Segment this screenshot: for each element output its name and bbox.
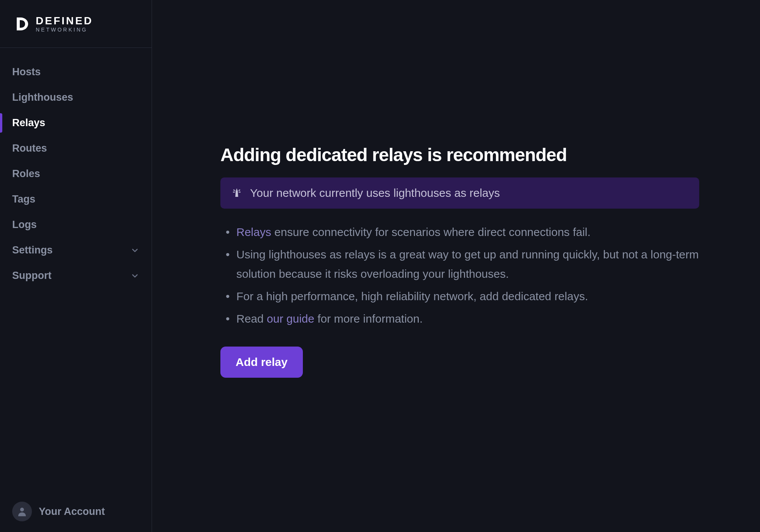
sidebar-item-label: Lighthouses [12, 92, 73, 103]
sidebar-item-label: Support [12, 270, 51, 282]
nav-menu: Hosts Lighthouses Relays Routes Roles Ta… [0, 48, 152, 491]
sidebar-item-support[interactable]: Support [0, 263, 152, 288]
svg-point-0 [20, 508, 24, 511]
list-item: Relays ensure connectivity for scenarios… [230, 222, 699, 242]
sidebar-item-tags[interactable]: Tags [0, 187, 152, 212]
info-banner: Your network currently uses lighthouses … [220, 177, 699, 209]
sidebar-item-lighthouses[interactable]: Lighthouses [0, 85, 152, 110]
guide-link[interactable]: our guide [267, 312, 314, 325]
sidebar-item-routes[interactable]: Routes [0, 136, 152, 161]
page-title: Adding dedicated relays is recommended [220, 144, 699, 165]
sidebar-item-relays[interactable]: Relays [0, 110, 152, 136]
sidebar-item-label: Relays [12, 117, 45, 129]
sidebar-item-label: Tags [12, 193, 35, 205]
list-item: For a high performance, high reliability… [230, 287, 699, 306]
logo-text: DEFINED NETWORKING [36, 16, 93, 32]
svg-line-2 [233, 190, 235, 191]
logo-sub: NETWORKING [36, 27, 93, 32]
sidebar-item-roles[interactable]: Roles [0, 161, 152, 187]
bullet-list: Relays ensure connectivity for scenarios… [220, 222, 699, 328]
list-item: Read our guide for more information. [230, 309, 699, 328]
avatar [12, 502, 32, 521]
sidebar-item-label: Roles [12, 168, 40, 180]
logo-icon [12, 14, 31, 33]
sidebar-item-hosts[interactable]: Hosts [0, 59, 152, 85]
svg-line-3 [239, 190, 240, 191]
account-label: Your Account [39, 506, 105, 518]
list-item-text: Read [236, 312, 267, 325]
list-item: Using lighthouses as relays is a great w… [230, 245, 699, 283]
lighthouse-icon [231, 187, 242, 199]
sidebar: DEFINED NETWORKING Hosts Lighthouses Rel… [0, 0, 152, 532]
logo-main: DEFINED [36, 16, 93, 26]
list-item-text: Using lighthouses as relays is a great w… [236, 248, 699, 280]
chevron-down-icon [130, 271, 139, 280]
app-container: DEFINED NETWORKING Hosts Lighthouses Rel… [0, 0, 760, 532]
add-relay-button[interactable]: Add relay [220, 347, 303, 378]
relays-link[interactable]: Relays [236, 226, 271, 238]
list-item-text: for more information. [314, 312, 423, 325]
user-icon [16, 506, 28, 517]
logo-area[interactable]: DEFINED NETWORKING [0, 0, 152, 48]
sidebar-item-label: Settings [12, 244, 53, 256]
chevron-down-icon [130, 246, 139, 255]
content-wrapper: Adding dedicated relays is recommended Y… [220, 144, 699, 378]
banner-text: Your network currently uses lighthouses … [250, 187, 500, 200]
sidebar-item-label: Logs [12, 219, 37, 231]
main-content: Adding dedicated relays is recommended Y… [152, 0, 760, 532]
account-area[interactable]: Your Account [0, 491, 152, 532]
list-item-text: ensure connectivity for scenarios where … [271, 226, 591, 238]
sidebar-item-settings[interactable]: Settings [0, 238, 152, 263]
list-item-text: For a high performance, high reliability… [236, 290, 588, 302]
sidebar-item-label: Routes [12, 142, 47, 154]
sidebar-item-label: Hosts [12, 66, 41, 78]
sidebar-item-logs[interactable]: Logs [0, 212, 152, 238]
